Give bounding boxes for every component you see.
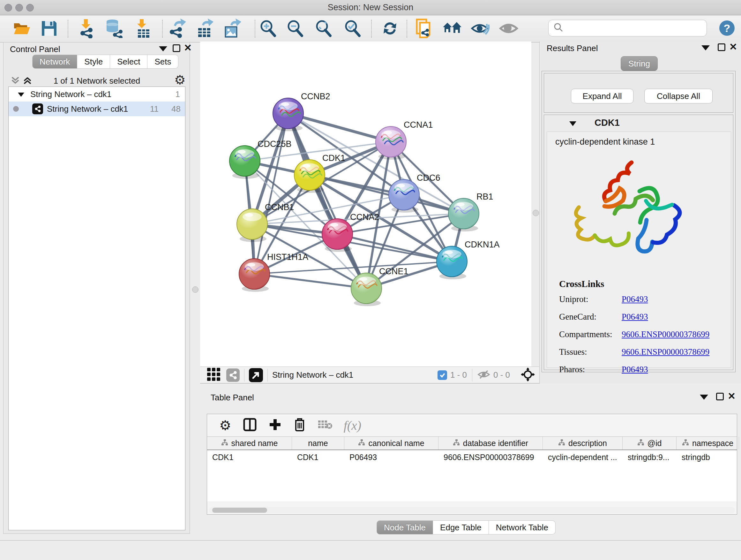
birds-eye-grid-icon[interactable] [206,367,221,383]
node-RB1[interactable]: RB1 [448,192,493,232]
search-input[interactable] [566,23,706,34]
edge-HIST1H1A-CCNE1[interactable] [254,274,366,288]
table-cell[interactable]: stringdb [677,450,739,464]
table-panel-float-icon[interactable] [716,393,724,400]
refresh-icon[interactable] [380,18,400,39]
crosslink-link[interactable]: P06493 [622,294,648,304]
table-cell[interactable]: CDK1 [207,450,292,464]
column-header-description[interactable]: description [543,437,623,449]
duplicate-network-icon[interactable] [414,18,435,39]
zoom-out-icon[interactable] [285,18,306,39]
gene-section-expander-icon[interactable] [569,121,577,128]
table-cell[interactable]: CDK1 [292,450,344,464]
edge-CDK1-RB1[interactable] [310,175,464,213]
edge-CCNB2-CCNA1[interactable] [288,113,391,142]
table-row[interactable]: CDK1CDK1P064939606.ENSP00000378699cyclin… [207,450,737,464]
node-label-CCNB2: CCNB2 [301,91,330,101]
show-columns-icon[interactable] [243,418,257,433]
network-canvas[interactable]: CCNB2CCNA1CDC25BCDK1CDC6RB1CCNB1CCNA2CDK… [200,42,531,367]
collection-expander-icon[interactable] [17,89,24,99]
selected-checkbox-icon[interactable] [437,370,447,380]
table-panel-close-icon[interactable]: ✕ [728,392,736,400]
preview-eye-icon[interactable] [498,18,519,39]
tab-select[interactable]: Select [110,55,147,69]
results-panel-collapse-icon[interactable] [701,45,710,51]
edge-CCNB2-HIST1H1A[interactable] [254,113,288,274]
column-header-name[interactable]: name [292,437,344,449]
show-all-houses-icon[interactable] [442,18,462,39]
zoom-selected-icon[interactable] [342,18,363,39]
tab-network-table[interactable]: Network Table [489,520,556,535]
results-panel-close-icon[interactable]: ✕ [729,43,737,51]
table-cell[interactable]: P06493 [344,450,439,464]
network-collection-row[interactable]: String Network – cdk1 1 [9,87,185,102]
tab-string[interactable]: String [621,56,658,71]
zoom-in-icon[interactable] [258,18,278,39]
add-column-icon[interactable] [268,418,282,433]
crosslink-link[interactable]: P06493 [622,312,648,322]
control-panel: Control Panel ✕ Network Style Select Set… [3,42,190,534]
crosslink-link[interactable]: 9606.ENSP00000378699 [622,329,710,339]
import-network-database-icon[interactable] [104,18,124,39]
collection-label: String Network – cdk1 [30,89,111,99]
export-table-icon[interactable] [194,18,214,39]
node-label-CDC6: CDC6 [417,173,441,183]
gene-section: CDK1 cyclin-dependent kinase 1 [544,115,733,370]
network-row[interactable]: String Network – cdk1 11 48 [9,102,185,116]
tab-style[interactable]: Style [77,55,110,69]
column-header-database-identifier[interactable]: database identifier [439,437,543,449]
hidden-eye-icon[interactable] [477,369,490,381]
scrollbar-thumb[interactable] [212,508,267,513]
open-session-icon[interactable] [11,18,32,39]
network-options-gear-icon[interactable]: ⚙ [174,72,186,87]
column-label: name [308,439,328,448]
column-header-namespace[interactable]: namespace [677,437,739,449]
network-share-icon[interactable] [226,368,240,382]
help-icon[interactable]: ? [719,20,735,36]
export-image-icon[interactable] [222,18,242,39]
fit-selected-crosshair-icon[interactable] [521,368,535,383]
export-network-icon[interactable] [166,18,187,39]
collapse-all-button[interactable]: Collapse All [644,89,713,104]
delete-column-trash-icon[interactable] [293,417,306,433]
tab-node-table[interactable]: Node Table [377,520,433,535]
control-panel-collapse-icon[interactable] [159,46,167,51]
table-cell[interactable]: 9606.ENSP00000378699 [439,450,543,464]
left-splitter-handle[interactable] [192,287,199,293]
crosslink-label: GeneCard: [559,312,622,322]
import-table-file-icon[interactable] [132,18,152,39]
tab-sets[interactable]: Sets [147,55,179,69]
table-cell[interactable]: cyclin-dependent ... [543,450,623,464]
search-icon [554,23,563,34]
crosslink-link[interactable]: 9606.ENSP00000378699 [622,347,710,357]
delete-table-icon[interactable] [318,419,332,431]
column-header--id[interactable]: @id [623,437,677,449]
table-settings-gear-icon[interactable]: ⚙ [219,418,231,433]
expand-all-button[interactable]: Expand All [571,89,633,104]
search-field[interactable] [548,20,707,37]
node-CDKN1A[interactable]: CDKN1A [436,240,500,279]
open-in-window-icon[interactable] [249,368,263,382]
tab-network[interactable]: Network [32,55,77,69]
results-panel-float-icon[interactable] [718,44,725,51]
hide-selected-eye-icon[interactable] [470,18,490,39]
column-header-shared-name[interactable]: shared name [207,437,292,449]
control-panel-float-icon[interactable] [173,44,180,52]
save-session-icon[interactable] [39,18,59,39]
crosslink-link[interactable]: P06493 [622,365,648,374]
crosslink-row: Tissues:9606.ENSP00000378699 [559,347,725,357]
right-splitter-handle[interactable] [533,210,539,216]
column-label: database identifier [463,439,528,448]
table-cell[interactable]: stringdb:9... [623,450,677,464]
zoom-fit-icon[interactable] [313,18,334,39]
crosslink-label: Compartments: [559,329,622,339]
table-panel-collapse-icon[interactable] [700,395,708,400]
control-panel-close-icon[interactable]: ✕ [184,44,192,52]
tab-edge-table[interactable]: Edge Table [433,520,489,535]
import-network-file-icon[interactable] [76,18,96,39]
column-header-canonical-name[interactable]: canonical name [344,437,439,449]
node-HIST1H1A[interactable]: HIST1H1A [239,252,308,292]
table-horizontal-scrollbar[interactable] [209,507,735,513]
function-builder-icon[interactable]: f(x) [344,418,361,433]
node-CCNB2[interactable]: CCNB2 [273,91,330,131]
